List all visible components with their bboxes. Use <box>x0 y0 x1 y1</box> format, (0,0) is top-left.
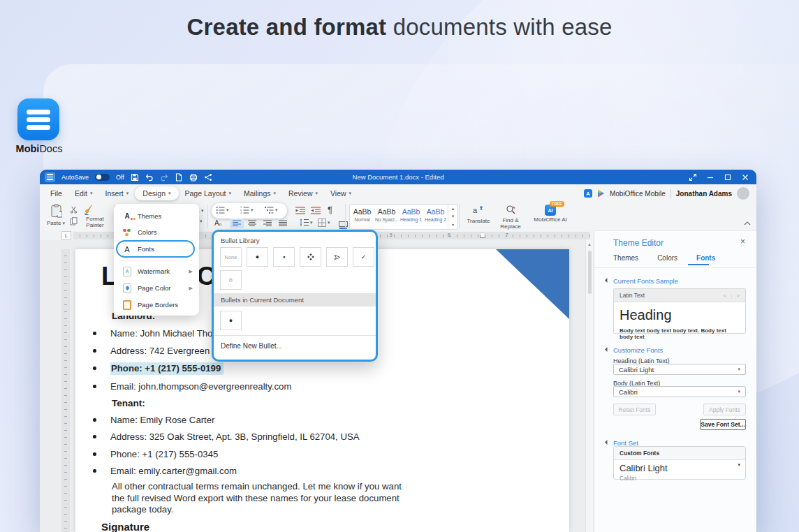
apply-fonts-button[interactable]: Apply Fonts <box>703 404 746 415</box>
close-icon[interactable] <box>741 173 749 182</box>
close-icon[interactable]: × <box>740 237 745 246</box>
list-item[interactable]: Email: emily.carter@gmail.com <box>91 466 237 476</box>
current-bullet-dot[interactable]: ● <box>220 311 242 330</box>
tab-colors[interactable]: Colors <box>657 254 677 262</box>
maximize-icon[interactable] <box>724 173 732 182</box>
bullet-option-diamonds[interactable] <box>300 247 321 267</box>
menu-view[interactable]: View▾ <box>324 187 358 200</box>
font-set-card[interactable]: Custom Fonts Calibri Light Calibri ▾ <box>613 446 746 480</box>
paste-button[interactable]: Paste ▾ <box>45 204 66 227</box>
scroll-up-icon[interactable]: ▲ <box>451 207 455 211</box>
list-item[interactable]: Name: Emily Rose Carter <box>91 415 215 425</box>
style-heading2[interactable]: AaBbHeading 2 <box>423 205 448 229</box>
bullet-option-circle[interactable]: ○ <box>220 270 242 290</box>
line-spacing-button[interactable]: ▾ <box>300 219 313 226</box>
list-item[interactable]: Address: 325 Oak Street, Apt. 3B, Spring… <box>91 431 360 442</box>
bullet-list-button[interactable]: ▾ <box>216 206 229 214</box>
justify-button[interactable] <box>276 219 290 228</box>
copy-icon[interactable] <box>70 217 78 226</box>
menu-review[interactable]: Review▾ <box>282 187 324 200</box>
tab-selector[interactable]: L <box>61 231 71 240</box>
free-badge: FREE <box>550 201 564 207</box>
text-effects-button[interactable]: Ao <box>214 219 221 227</box>
reset-fonts-button[interactable]: Reset Fonts <box>613 404 656 415</box>
section-customize-fonts[interactable]: Customize Fonts <box>613 346 663 354</box>
tenant-header[interactable]: Tenant: <box>112 398 145 408</box>
bullet-option-check[interactable]: ✓ <box>353 247 374 267</box>
gallery-more-icon[interactable]: ▾ <box>452 222 454 227</box>
increase-indent-icon[interactable] <box>311 207 321 214</box>
tab-themes[interactable]: Themes <box>613 254 638 262</box>
borders-button[interactable]: ▾ <box>318 219 330 227</box>
prev-arrow-icon[interactable]: < <box>724 293 727 299</box>
restore-icon[interactable] <box>689 173 697 182</box>
style-normal[interactable]: AaBbNormal <box>350 205 374 229</box>
vertical-scrollbar[interactable]: ▲ <box>585 240 593 532</box>
body-font-select[interactable]: Calibri▾ <box>613 386 746 397</box>
undo-icon[interactable] <box>145 173 154 182</box>
redo-icon[interactable] <box>160 173 168 182</box>
store-label[interactable]: MobiOffice Mobile <box>610 190 666 198</box>
numbered-list-button[interactable]: 123 ▾ <box>240 206 254 214</box>
minimize-icon[interactable] <box>706 173 714 182</box>
styles-gallery: AaBbNormal AaBbNo Spaci... AaBbHeading 1… <box>349 204 458 230</box>
appstore-icon[interactable]: A <box>584 189 592 198</box>
align-right-button[interactable] <box>261 219 274 228</box>
menu-item-page-color[interactable]: Page Color▶ <box>114 280 199 296</box>
find-replace-button[interactable]: Find &Replace <box>497 205 525 230</box>
menu-design[interactable]: Design▾ <box>135 186 178 200</box>
print-icon[interactable] <box>189 173 198 182</box>
bullet-option-dot[interactable]: ● <box>247 247 268 267</box>
menu-item-page-borders[interactable]: Page Borders <box>114 297 199 313</box>
menu-item-themes[interactable]: A Themes <box>114 208 199 224</box>
define-new-bullet[interactable]: Define New Bullet... <box>221 342 282 350</box>
user-name[interactable]: Jonathan Adams <box>676 190 732 198</box>
list-item-highlighted[interactable]: Phone: +1 (217) 555-0199 <box>91 363 223 374</box>
bullet-option-none[interactable]: None <box>220 247 242 267</box>
bullet-option-square[interactable]: ▪ <box>273 247 295 267</box>
ruler-margin-marker[interactable] <box>480 232 485 238</box>
avatar[interactable] <box>737 187 749 200</box>
menu-page-layout[interactable]: Page Layout▾ <box>179 187 237 200</box>
scroll-down-icon[interactable]: ▼ <box>451 214 455 219</box>
save-font-set-button[interactable]: Save Font Set... <box>700 419 746 430</box>
format-painter-label[interactable]: Format Painter <box>79 216 111 228</box>
signature-header[interactable]: Signature <box>101 521 149 532</box>
section-current-fonts-sample[interactable]: Current Fonts Sample <box>613 277 678 285</box>
menu-mailings[interactable]: Mailings▾ <box>237 187 282 200</box>
save-icon[interactable] <box>131 173 139 182</box>
decrease-indent-icon[interactable] <box>295 207 305 214</box>
align-center-button[interactable] <box>245 219 259 228</box>
section-collapse-icon <box>605 278 610 283</box>
cut-icon[interactable] <box>70 206 78 214</box>
multilevel-list-button[interactable]: ▾ <box>265 206 278 214</box>
style-no-spacing[interactable]: AaBbNo Spaci... <box>374 205 399 229</box>
menu-item-watermark[interactable]: A Watermark▶ <box>114 263 199 279</box>
scrollbar-thumb[interactable] <box>588 251 592 294</box>
mobioffice-ai-button[interactable]: AIFREE MobiOffice AI <box>530 205 571 223</box>
bullet-option-arrow[interactable] <box>326 247 348 267</box>
menu-insert[interactable]: Insert▾ <box>99 187 135 200</box>
ribbon-collapse-icon[interactable] <box>744 221 751 226</box>
next-arrow-icon[interactable]: > <box>736 293 740 299</box>
menu-item-colors[interactable]: Colors <box>114 224 199 240</box>
heading-font-select[interactable]: Calibri Light▾ <box>613 364 746 375</box>
menu-icon[interactable] <box>45 172 55 182</box>
share-icon[interactable] <box>204 173 212 182</box>
list-item[interactable]: Phone: +1 (217) 555-0345 <box>91 449 218 459</box>
pilcrow-button[interactable]: ¶ <box>328 205 332 215</box>
tab-fonts[interactable]: Fonts <box>696 254 715 262</box>
translate-button[interactable]: a Translate <box>464 205 492 225</box>
document-paragraph[interactable]: All other contractual terms remain uncha… <box>112 481 416 516</box>
style-heading1[interactable]: AaBbHeading 1 <box>399 205 423 229</box>
autosave-toggle[interactable] <box>95 174 110 181</box>
list-item[interactable]: Email: john.thompson@evergreenrealty.com <box>91 381 291 392</box>
menu-edit[interactable]: Edit▾ <box>68 187 99 200</box>
new-document-icon[interactable] <box>175 173 183 182</box>
styles-gallery-scroll[interactable]: ▲▼▾ <box>448 205 457 229</box>
align-left-button[interactable] <box>230 219 244 228</box>
scroll-up-icon[interactable]: ▲ <box>587 242 592 246</box>
googleplay-icon[interactable] <box>597 189 605 198</box>
format-painter-icon[interactable] <box>83 205 94 215</box>
menu-file[interactable]: File <box>44 187 68 200</box>
